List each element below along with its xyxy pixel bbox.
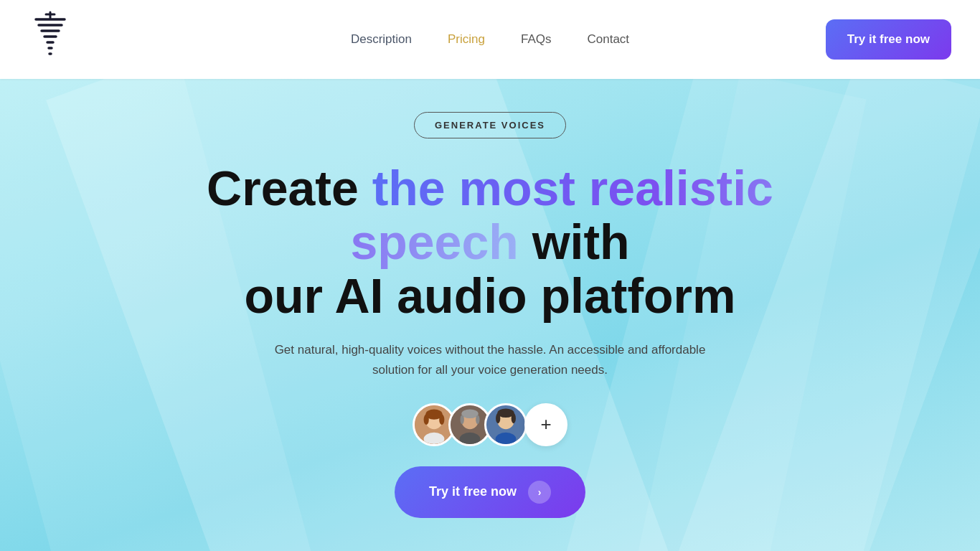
- navbar: Description Pricing FAQs Contact Try it …: [0, 0, 980, 79]
- hero-cta-label: Try it free now: [429, 484, 517, 499]
- svg-point-19: [476, 415, 479, 424]
- avatar-face-1: [415, 405, 453, 444]
- hero-title: Create the most realistic speech withour…: [167, 161, 813, 322]
- cta-arrow-icon: ›: [528, 481, 551, 504]
- avatar-3: [484, 403, 527, 446]
- nav-cta-button[interactable]: Try it free now: [826, 19, 951, 60]
- avatars-row: +: [413, 403, 567, 446]
- svg-point-17: [461, 409, 478, 418]
- nav-link-faqs[interactable]: FAQs: [521, 32, 552, 47]
- hero-cta-button[interactable]: Try it free now ›: [395, 466, 585, 518]
- hero-title-part1: Create: [207, 161, 372, 215]
- nav-link-contact[interactable]: Contact: [587, 32, 629, 47]
- logo: [29, 11, 72, 68]
- hero-subtitle: Get natural, high-quality voices without…: [268, 340, 712, 380]
- svg-point-13: [439, 414, 444, 424]
- nav-link-pricing[interactable]: Pricing: [448, 32, 485, 47]
- plus-icon: +: [540, 413, 551, 435]
- avatar-face-2: [451, 405, 489, 444]
- svg-point-12: [424, 414, 429, 424]
- avatar-face-3: [486, 405, 525, 444]
- avatar-plus: +: [524, 403, 567, 446]
- svg-point-24: [496, 413, 500, 423]
- nav-link-description[interactable]: Description: [351, 32, 412, 47]
- svg-point-25: [512, 413, 516, 423]
- hero-section: GENERATE VOICES Create the most realisti…: [0, 79, 980, 551]
- svg-point-18: [461, 415, 464, 424]
- logo-icon: [29, 11, 72, 68]
- hero-badge: GENERATE VOICES: [414, 112, 566, 138]
- hero-content: GENERATE VOICES Create the most realisti…: [167, 112, 813, 517]
- nav-links: Description Pricing FAQs Contact: [351, 32, 629, 47]
